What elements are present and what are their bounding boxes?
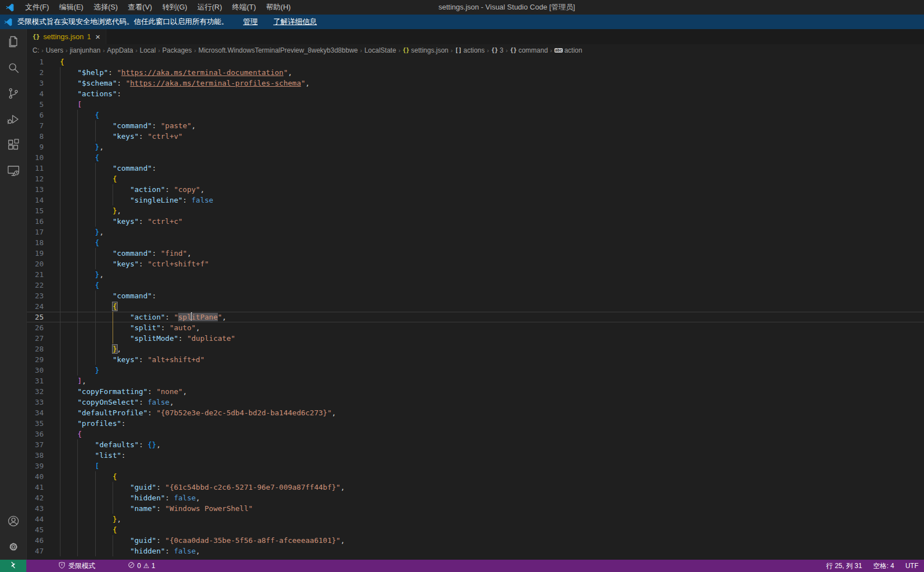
menu-file[interactable]: 文件(F) <box>20 0 54 15</box>
breadcrumb-item-users[interactable]: Users <box>46 46 63 54</box>
breadcrumb-item-local[interactable]: Local <box>139 46 156 54</box>
manage-link[interactable]: 管理 <box>243 17 258 27</box>
line-number[interactable]: 21 <box>27 269 44 280</box>
code-line-18[interactable]: 18{ <box>27 237 924 248</box>
code-line-28[interactable]: 28}, <box>27 344 924 354</box>
code-line-47[interactable]: 47"hidden": false, <box>27 546 924 556</box>
menu-terminal[interactable]: 终端(T) <box>227 0 261 15</box>
code-line-39[interactable]: 39[ <box>27 461 924 471</box>
code-line-42[interactable]: 42"hidden": false, <box>27 493 924 503</box>
line-number[interactable]: 24 <box>27 301 44 312</box>
line-number[interactable]: 5 <box>27 99 44 110</box>
line-number[interactable]: 44 <box>27 514 44 524</box>
code-line-2[interactable]: 2"$help": "https://aka.ms/terminal-docum… <box>27 67 924 78</box>
code-line-27[interactable]: 27"splitMode": "duplicate" <box>27 333 924 344</box>
line-number[interactable]: 8 <box>27 131 44 142</box>
line-number[interactable]: 36 <box>27 429 44 439</box>
line-number[interactable]: 31 <box>27 376 44 386</box>
activity-source-control-button[interactable] <box>0 81 27 106</box>
line-number[interactable]: 4 <box>27 88 44 99</box>
code-line-10[interactable]: 10{ <box>27 152 924 163</box>
code-line-17[interactable]: 17}, <box>27 227 924 237</box>
line-number[interactable]: 26 <box>27 322 44 333</box>
line-number[interactable]: 27 <box>27 333 44 344</box>
breadcrumb-item-settings-json[interactable]: {}settings.json <box>403 46 449 54</box>
code-line-12[interactable]: 12{ <box>27 174 924 184</box>
activity-run-debug-button[interactable] <box>0 106 27 132</box>
menu-go[interactable]: 转到(G) <box>157 0 193 15</box>
line-number[interactable]: 43 <box>27 503 44 514</box>
code-line-14[interactable]: 14"singleLine": false <box>27 195 924 205</box>
breadcrumb-item-actions[interactable]: []actions <box>455 46 484 54</box>
code-line-25[interactable]: 25"action": "splitPane", <box>27 312 924 322</box>
line-number[interactable]: 33 <box>27 397 44 407</box>
line-number[interactable]: 7 <box>27 120 44 131</box>
line-number[interactable]: 14 <box>27 195 44 205</box>
activity-search-button[interactable] <box>0 55 27 81</box>
code-line-4[interactable]: 4"actions": <box>27 88 924 99</box>
tab-settings-json[interactable]: {} settings.json 1 × <box>27 29 106 44</box>
line-number[interactable]: 41 <box>27 482 44 493</box>
code-line-24[interactable]: 24{ <box>27 301 924 312</box>
activity-extensions-button[interactable] <box>0 132 27 158</box>
code-line-3[interactable]: 3"$schema": "https://aka.ms/terminal-pro… <box>27 78 924 88</box>
code-line-26[interactable]: 26"split": "auto", <box>27 322 924 333</box>
breadcrumb-item-packages[interactable]: Packages <box>162 46 192 54</box>
cursor-position-status[interactable]: 行 25, 列 31 <box>820 560 867 572</box>
breadcrumb-item-command[interactable]: {}command <box>510 46 548 54</box>
code-line-15[interactable]: 15}, <box>27 205 924 216</box>
line-number[interactable]: 16 <box>27 216 44 227</box>
breadcrumb-item-microsoft-windowsterminalprevi[interactable]: Microsoft.WindowsTerminalPreview_8wekyb3… <box>198 46 358 54</box>
line-number[interactable]: 9 <box>27 142 44 152</box>
code-line-11[interactable]: 11"command": <box>27 163 924 174</box>
code-line-9[interactable]: 9}, <box>27 142 924 152</box>
code-line-22[interactable]: 22{ <box>27 280 924 290</box>
line-number[interactable]: 6 <box>27 110 44 120</box>
line-number[interactable]: 38 <box>27 450 44 461</box>
code-line-7[interactable]: 7"command": "paste", <box>27 120 924 131</box>
code-line-36[interactable]: 36{ <box>27 429 924 439</box>
code-line-45[interactable]: 45{ <box>27 524 924 535</box>
menu-run[interactable]: 运行(R) <box>192 0 227 15</box>
line-number[interactable]: 37 <box>27 439 44 450</box>
line-number[interactable]: 18 <box>27 237 44 248</box>
line-number[interactable]: 15 <box>27 205 44 216</box>
menu-edit[interactable]: 编辑(E) <box>54 0 88 15</box>
activity-remote-explorer-button[interactable] <box>0 158 27 184</box>
breadcrumb-item-jianjunhan[interactable]: jianjunhan <box>70 46 101 54</box>
activity-account-button[interactable] <box>0 508 27 534</box>
code-line-33[interactable]: 33"copyOnSelect": false, <box>27 397 924 407</box>
menu-view[interactable]: 查看(V) <box>123 0 157 15</box>
line-number[interactable]: 23 <box>27 290 44 301</box>
breadcrumb-item-3[interactable]: {}3 <box>491 46 503 54</box>
code-line-21[interactable]: 21}, <box>27 269 924 280</box>
menu-selection[interactable]: 选择(S) <box>88 0 123 15</box>
line-number[interactable]: 22 <box>27 280 44 290</box>
code-line-1[interactable]: 1{ <box>27 57 924 67</box>
activity-explorer-button[interactable] <box>0 29 27 55</box>
line-number[interactable]: 34 <box>27 407 44 418</box>
code-line-20[interactable]: 20"keys": "ctrl+shift+f" <box>27 259 924 269</box>
line-number[interactable]: 35 <box>27 418 44 429</box>
code-line-16[interactable]: 16"keys": "ctrl+c" <box>27 216 924 227</box>
line-number[interactable]: 42 <box>27 493 44 503</box>
breadcrumb-item-appdata[interactable]: AppData <box>107 46 133 54</box>
line-number[interactable]: 2 <box>27 67 44 78</box>
code-line-31[interactable]: 31], <box>27 376 924 386</box>
line-number[interactable]: 46 <box>27 535 44 546</box>
code-line-43[interactable]: 43"name": "Windows PowerShell" <box>27 503 924 514</box>
code-line-37[interactable]: 37"defaults": {}, <box>27 439 924 450</box>
line-number[interactable]: 47 <box>27 546 44 556</box>
code-line-8[interactable]: 8"keys": "ctrl+v" <box>27 131 924 142</box>
code-line-29[interactable]: 29"keys": "alt+shift+d" <box>27 354 924 365</box>
line-number[interactable]: 11 <box>27 163 44 174</box>
line-number[interactable]: 17 <box>27 227 44 237</box>
close-tab-icon[interactable]: × <box>95 32 100 41</box>
code-line-46[interactable]: 46"guid": "{0caa0dad-35be-5f56-a8ff-afce… <box>27 535 924 546</box>
code-line-34[interactable]: 34"defaultProfile": "{07b52e3e-de2c-5db4… <box>27 407 924 418</box>
line-number[interactable]: 28 <box>27 344 44 354</box>
problems-status[interactable]: 0 ⚠ 1 <box>123 560 160 572</box>
line-number[interactable]: 32 <box>27 386 44 397</box>
code-line-13[interactable]: 13"action": "copy", <box>27 184 924 195</box>
code-line-35[interactable]: 35"profiles": <box>27 418 924 429</box>
